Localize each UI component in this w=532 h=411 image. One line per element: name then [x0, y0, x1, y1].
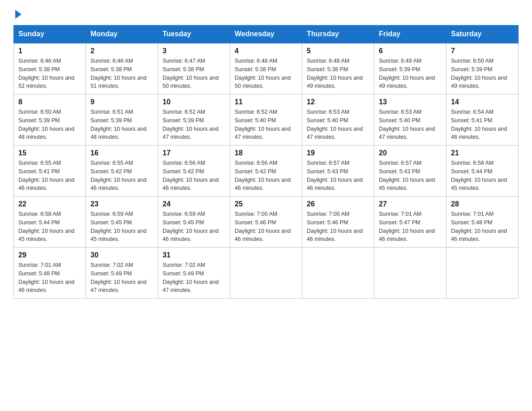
day-info: Sunrise: 6:58 AMSunset: 5:44 PMDaylight:… [18, 211, 74, 242]
header-row: SundayMondayTuesdayWednesdayThursdayFrid… [14, 26, 519, 43]
logo-arrow-icon [15, 10, 21, 19]
col-header-saturday: Saturday [446, 26, 519, 43]
day-info: Sunrise: 6:56 AMSunset: 5:42 PMDaylight:… [235, 160, 291, 191]
day-number: 20 [379, 149, 442, 157]
day-info: Sunrise: 7:01 AMSunset: 5:47 PMDaylight:… [379, 211, 435, 242]
day-number: 6 [379, 47, 442, 55]
calendar-cell: 1 Sunrise: 6:46 AMSunset: 5:38 PMDayligh… [14, 43, 86, 94]
calendar-cell: 22 Sunrise: 6:58 AMSunset: 5:44 PMDaylig… [14, 197, 86, 248]
day-info: Sunrise: 6:57 AMSunset: 5:43 PMDaylight:… [379, 160, 435, 191]
calendar-cell: 14 Sunrise: 6:54 AMSunset: 5:41 PMDaylig… [446, 94, 519, 146]
calendar-cell: 19 Sunrise: 6:57 AMSunset: 5:43 PMDaylig… [302, 146, 374, 197]
day-info: Sunrise: 6:55 AMSunset: 5:42 PMDaylight:… [90, 160, 146, 191]
day-number: 31 [163, 251, 225, 259]
day-info: Sunrise: 6:49 AMSunset: 5:39 PMDaylight:… [379, 58, 435, 89]
col-header-thursday: Thursday [302, 26, 374, 43]
day-info: Sunrise: 6:46 AMSunset: 5:38 PMDaylight:… [90, 58, 146, 89]
calendar-cell: 21 Sunrise: 6:58 AMSunset: 5:44 PMDaylig… [446, 146, 519, 197]
day-number: 14 [451, 98, 514, 106]
day-info: Sunrise: 6:48 AMSunset: 5:38 PMDaylight:… [307, 58, 363, 89]
calendar-cell: 4 Sunrise: 6:48 AMSunset: 5:38 PMDayligh… [230, 43, 302, 94]
day-number: 1 [18, 47, 81, 55]
day-info: Sunrise: 7:00 AMSunset: 5:46 PMDaylight:… [235, 211, 291, 242]
calendar-cell [302, 248, 374, 299]
calendar-cell: 16 Sunrise: 6:55 AMSunset: 5:42 PMDaylig… [86, 146, 158, 197]
calendar-cell: 8 Sunrise: 6:50 AMSunset: 5:39 PMDayligh… [14, 94, 86, 146]
day-number: 18 [235, 149, 297, 157]
day-info: Sunrise: 7:01 AMSunset: 5:48 PMDaylight:… [18, 262, 74, 293]
day-number: 17 [163, 149, 225, 157]
day-number: 19 [307, 149, 369, 157]
day-info: Sunrise: 7:02 AMSunset: 5:49 PMDaylight:… [163, 262, 219, 293]
day-number: 15 [18, 149, 81, 157]
day-info: Sunrise: 6:57 AMSunset: 5:43 PMDaylight:… [307, 160, 363, 191]
calendar-cell: 5 Sunrise: 6:48 AMSunset: 5:38 PMDayligh… [302, 43, 374, 94]
day-number: 30 [90, 251, 153, 259]
calendar-cell: 7 Sunrise: 6:50 AMSunset: 5:39 PMDayligh… [446, 43, 519, 94]
calendar-cell: 18 Sunrise: 6:56 AMSunset: 5:42 PMDaylig… [230, 146, 302, 197]
calendar-cell: 9 Sunrise: 6:51 AMSunset: 5:39 PMDayligh… [86, 94, 158, 146]
calendar-cell: 23 Sunrise: 6:59 AMSunset: 5:45 PMDaylig… [86, 197, 158, 248]
day-number: 21 [451, 149, 514, 157]
calendar-cell: 31 Sunrise: 7:02 AMSunset: 5:49 PMDaylig… [158, 248, 230, 299]
day-info: Sunrise: 6:54 AMSunset: 5:41 PMDaylight:… [451, 109, 507, 140]
day-number: 25 [235, 200, 297, 208]
day-info: Sunrise: 7:02 AMSunset: 5:49 PMDaylight:… [90, 262, 146, 293]
day-number: 16 [90, 149, 153, 157]
col-header-sunday: Sunday [14, 26, 86, 43]
week-row-1: 1 Sunrise: 6:46 AMSunset: 5:38 PMDayligh… [14, 43, 519, 94]
week-row-5: 29 Sunrise: 7:01 AMSunset: 5:48 PMDaylig… [14, 248, 519, 299]
day-info: Sunrise: 6:50 AMSunset: 5:39 PMDaylight:… [18, 109, 74, 140]
day-info: Sunrise: 6:55 AMSunset: 5:41 PMDaylight:… [18, 160, 74, 191]
day-info: Sunrise: 6:51 AMSunset: 5:39 PMDaylight:… [90, 109, 146, 140]
day-info: Sunrise: 6:50 AMSunset: 5:39 PMDaylight:… [451, 58, 507, 89]
calendar-cell: 2 Sunrise: 6:46 AMSunset: 5:38 PMDayligh… [86, 43, 158, 94]
day-number: 23 [90, 200, 153, 208]
day-info: Sunrise: 6:47 AMSunset: 5:38 PMDaylight:… [163, 58, 219, 89]
day-number: 2 [90, 47, 153, 55]
calendar-cell: 26 Sunrise: 7:00 AMSunset: 5:46 PMDaylig… [302, 197, 374, 248]
calendar-cell: 17 Sunrise: 6:56 AMSunset: 5:42 PMDaylig… [158, 146, 230, 197]
day-info: Sunrise: 6:53 AMSunset: 5:40 PMDaylight:… [379, 109, 435, 140]
day-info: Sunrise: 6:52 AMSunset: 5:40 PMDaylight:… [235, 109, 291, 140]
logo [13, 9, 21, 17]
calendar-cell [230, 248, 302, 299]
col-header-tuesday: Tuesday [158, 26, 230, 43]
calendar-cell: 15 Sunrise: 6:55 AMSunset: 5:41 PMDaylig… [14, 146, 86, 197]
day-number: 26 [307, 200, 369, 208]
day-info: Sunrise: 7:01 AMSunset: 5:48 PMDaylight:… [451, 211, 507, 242]
day-number: 13 [379, 98, 442, 106]
day-info: Sunrise: 7:00 AMSunset: 5:46 PMDaylight:… [307, 211, 363, 242]
calendar-cell: 11 Sunrise: 6:52 AMSunset: 5:40 PMDaylig… [230, 94, 302, 146]
day-number: 4 [235, 47, 297, 55]
day-number: 3 [163, 47, 225, 55]
calendar-table: SundayMondayTuesdayWednesdayThursdayFrid… [13, 25, 519, 299]
calendar-cell: 13 Sunrise: 6:53 AMSunset: 5:40 PMDaylig… [374, 94, 446, 146]
week-row-3: 15 Sunrise: 6:55 AMSunset: 5:41 PMDaylig… [14, 146, 519, 197]
calendar-cell: 28 Sunrise: 7:01 AMSunset: 5:48 PMDaylig… [446, 197, 519, 248]
day-number: 29 [18, 251, 81, 259]
day-info: Sunrise: 6:53 AMSunset: 5:40 PMDaylight:… [307, 109, 363, 140]
col-header-friday: Friday [374, 26, 446, 43]
day-number: 27 [379, 200, 442, 208]
calendar-cell: 6 Sunrise: 6:49 AMSunset: 5:39 PMDayligh… [374, 43, 446, 94]
page-header [13, 9, 519, 17]
day-info: Sunrise: 6:59 AMSunset: 5:45 PMDaylight:… [90, 211, 146, 242]
day-info: Sunrise: 6:58 AMSunset: 5:44 PMDaylight:… [451, 160, 507, 191]
day-info: Sunrise: 6:46 AMSunset: 5:38 PMDaylight:… [18, 58, 74, 89]
calendar-cell: 29 Sunrise: 7:01 AMSunset: 5:48 PMDaylig… [14, 248, 86, 299]
calendar-cell: 25 Sunrise: 7:00 AMSunset: 5:46 PMDaylig… [230, 197, 302, 248]
calendar-cell: 30 Sunrise: 7:02 AMSunset: 5:49 PMDaylig… [86, 248, 158, 299]
day-number: 9 [90, 98, 153, 106]
calendar-cell: 3 Sunrise: 6:47 AMSunset: 5:38 PMDayligh… [158, 43, 230, 94]
day-number: 22 [18, 200, 81, 208]
calendar-cell: 27 Sunrise: 7:01 AMSunset: 5:47 PMDaylig… [374, 197, 446, 248]
week-row-4: 22 Sunrise: 6:58 AMSunset: 5:44 PMDaylig… [14, 197, 519, 248]
calendar-cell [374, 248, 446, 299]
day-info: Sunrise: 6:56 AMSunset: 5:42 PMDaylight:… [163, 160, 219, 191]
calendar-cell: 12 Sunrise: 6:53 AMSunset: 5:40 PMDaylig… [302, 94, 374, 146]
col-header-monday: Monday [86, 26, 158, 43]
col-header-wednesday: Wednesday [230, 26, 302, 43]
day-number: 24 [163, 200, 225, 208]
day-info: Sunrise: 6:52 AMSunset: 5:39 PMDaylight:… [163, 109, 219, 140]
